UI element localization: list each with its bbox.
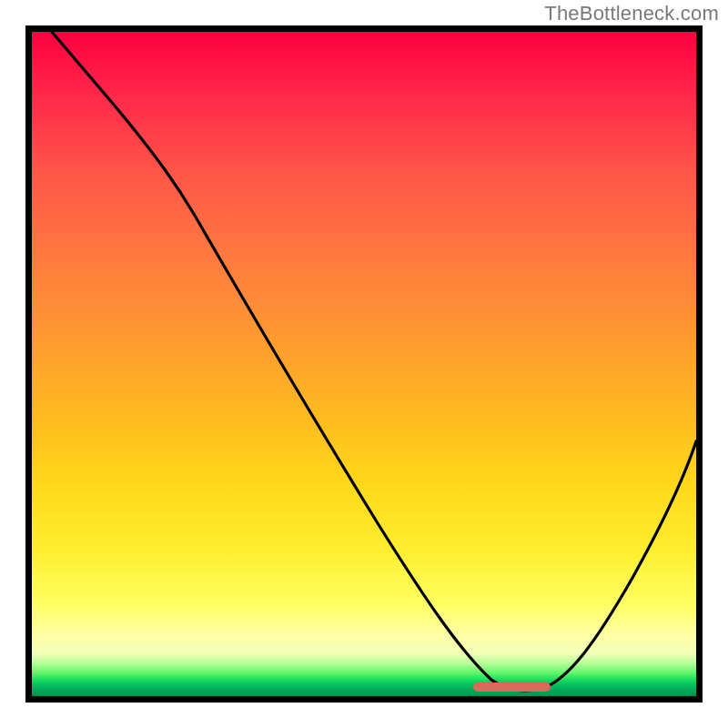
chart-plot-area [25, 25, 703, 703]
curve-path [52, 32, 696, 691]
watermark-text: TheBottleneck.com [544, 2, 719, 25]
optimal-range-marker [473, 682, 551, 692]
bottleneck-curve [32, 32, 696, 696]
